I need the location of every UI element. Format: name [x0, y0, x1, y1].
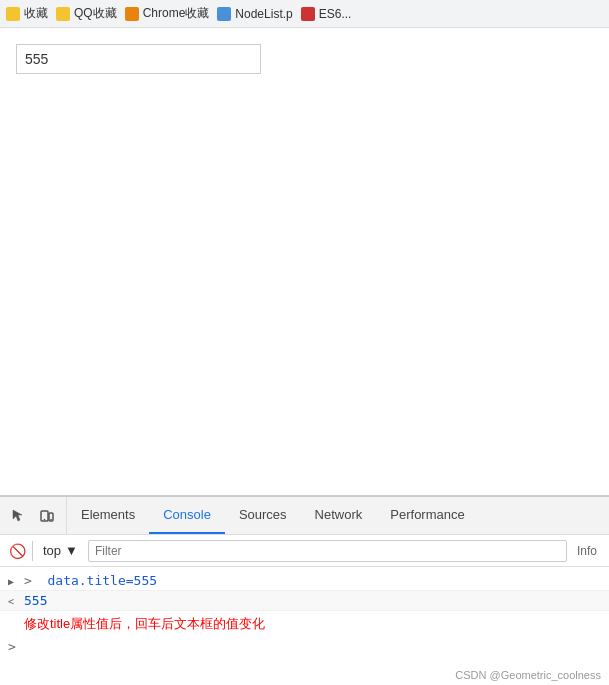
tab-network[interactable]: Network [301, 497, 377, 534]
expand-input-icon[interactable]: ▶ [8, 573, 24, 587]
bookmark-item-3[interactable]: Chrome收藏 [125, 5, 210, 22]
console-prompt-line[interactable]: > [0, 637, 609, 656]
clear-console-icon[interactable]: 🚫 [8, 542, 26, 560]
device-toolbar-icon[interactable] [36, 505, 58, 527]
bookmark-item-2[interactable]: QQ收藏 [56, 5, 117, 22]
devtools-body: 🚫 top ▼ Info ▶ > data.title=555 < [0, 535, 609, 685]
info-button[interactable]: Info [573, 544, 601, 558]
bookmark-icon-2 [56, 7, 70, 21]
console-comment-section: 修改title属性值后，回车后文本框的值变化 [0, 611, 609, 637]
devtools-tabs: Elements Console Sources Network Perform… [67, 497, 609, 534]
devtools-panel: Elements Console Sources Network Perform… [0, 495, 609, 685]
context-dropdown-icon: ▼ [65, 543, 78, 558]
console-filter-bar: 🚫 top ▼ Info [0, 535, 609, 567]
tab-performance[interactable]: Performance [376, 497, 478, 534]
devtools-icon-group [0, 497, 67, 534]
bookmark-item-4[interactable]: NodeList.p [217, 7, 292, 21]
main-content [0, 28, 609, 495]
title-input[interactable] [16, 44, 261, 74]
bookmark-icon-1 [6, 7, 20, 21]
bookmark-label-5: ES6... [319, 7, 352, 21]
input-code-text: data.title=555 [47, 573, 157, 588]
bookmark-icon-5 [301, 7, 315, 21]
console-comment-text: 修改title属性值后，回车后文本框的值变化 [24, 615, 265, 633]
bookmarks-bar: 收藏 QQ收藏 Chrome收藏 NodeList.p ES6... [0, 0, 609, 28]
bookmark-label-2: QQ收藏 [74, 5, 117, 22]
bookmark-label-3: Chrome收藏 [143, 5, 210, 22]
bookmark-label-1: 收藏 [24, 5, 48, 22]
bookmark-label-4: NodeList.p [235, 7, 292, 21]
bookmark-item-5[interactable]: ES6... [301, 7, 352, 21]
context-label: top [43, 543, 61, 558]
bookmark-icon-3 [125, 7, 139, 21]
filter-divider [32, 541, 33, 561]
bookmark-item-1[interactable]: 收藏 [6, 5, 48, 22]
console-filter-input[interactable] [88, 540, 567, 562]
svg-point-2 [44, 518, 46, 520]
svg-point-3 [50, 518, 52, 520]
expand-output-icon: < [8, 593, 24, 607]
output-value-text: 555 [24, 593, 47, 608]
console-output-line: < 555 [0, 591, 609, 611]
inspect-element-icon[interactable] [8, 505, 30, 527]
context-selector[interactable]: top ▼ [39, 541, 82, 560]
tab-sources[interactable]: Sources [225, 497, 301, 534]
console-output: ▶ > data.title=555 < 555 修改title属性值后，回车后… [0, 567, 609, 685]
tab-elements[interactable]: Elements [67, 497, 149, 534]
devtools-toolbar: Elements Console Sources Network Perform… [0, 497, 609, 535]
tab-console[interactable]: Console [149, 497, 225, 534]
console-output-text: 555 [24, 593, 601, 608]
console-input-line: ▶ > data.title=555 [0, 571, 609, 591]
bookmark-icon-4 [217, 7, 231, 21]
csdn-credit: CSDN @Geometric_coolness [455, 669, 601, 681]
console-input-text: > data.title=555 [24, 573, 601, 588]
prompt-arrow-icon: > [8, 639, 16, 654]
